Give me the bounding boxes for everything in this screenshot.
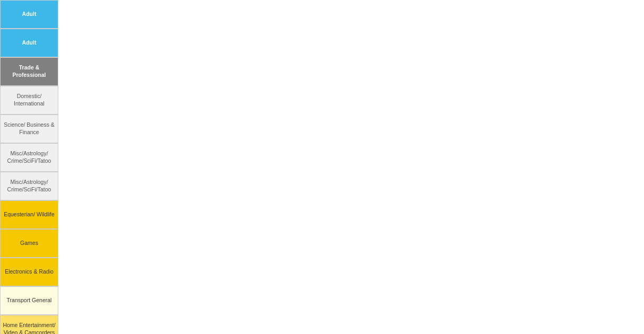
- header-adult-2: Adult: [0, 29, 58, 57]
- header-trade: Trade & Professional: [0, 57, 58, 86]
- header-adult-1: Adult: [0, 0, 58, 29]
- table-container: Adult Adult Trade & Professional Domesti…: [0, 0, 644, 334]
- cell-r0-c0: Transport General: [0, 286, 58, 315]
- table-body: Transport GeneralHome Entertainment/ Vid…: [0, 286, 644, 334]
- header-equesterian: Equesterian/ Wildlife: [0, 200, 58, 229]
- header-row: Adult Adult Trade & Professional Domesti…: [0, 0, 644, 286]
- header-misc2: Misc/Astrology/ Crime/SciFi/Tatoo: [0, 172, 58, 200]
- main-table: Adult Adult Trade & Professional Domesti…: [0, 0, 644, 334]
- cell-r0-c1: Home Entertainment/ Video & Camcorders: [0, 315, 58, 334]
- header-games: Games: [0, 229, 58, 258]
- table-row: Transport GeneralHome Entertainment/ Vid…: [0, 286, 644, 334]
- header-electronics: Electronics & Radio: [0, 258, 58, 286]
- header-science: Science/ Business & Finance: [0, 115, 58, 143]
- header-domestic: Domestic/ International: [0, 86, 58, 115]
- header-misc1: Misc/Astrology/ Crime/SciFi/Tatoo: [0, 143, 58, 172]
